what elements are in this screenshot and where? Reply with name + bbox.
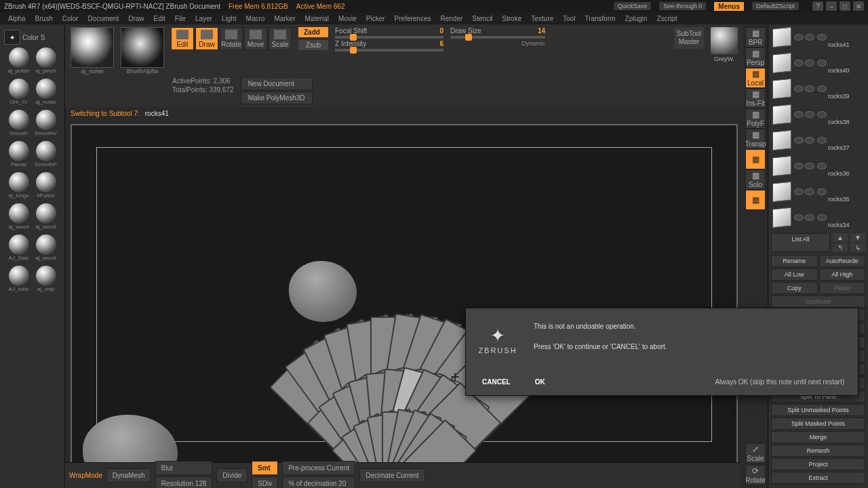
subtool-duplicate[interactable]: Duplicate — [771, 296, 865, 308]
move-in-button[interactable]: ↳ — [850, 243, 865, 252]
menus-toggle[interactable]: Menus — [714, 2, 744, 11]
rtool-persp[interactable]: ▦Persp — [745, 47, 766, 68]
wrapmode-label[interactable]: WrapMode — [69, 472, 102, 479]
brush-hPolish[interactable]: hPolish — [33, 172, 59, 202]
resolution-slider[interactable]: Resolution 128 — [155, 476, 213, 489]
move-down-button[interactable]: ▼ — [850, 233, 865, 242]
brush-aj_chip[interactable]: aj_chip — [33, 266, 59, 296]
list-all-button[interactable]: List All — [771, 233, 830, 252]
brush-AJ_Slas[interactable]: AJ_Slas — [6, 235, 32, 264]
move-out-button[interactable]: ↰ — [833, 243, 848, 252]
sdiv-slider[interactable]: SDiv — [252, 476, 278, 489]
brush-aj_wood[interactable]: aj_wood — [33, 235, 59, 264]
mode-edit[interactable]: Edit — [171, 27, 194, 50]
subtool-master-button[interactable]: SubTool Master — [674, 27, 704, 49]
cancel-button[interactable]: CANCEL — [477, 375, 516, 388]
rotate-handle-button[interactable]: ⟳Rotate — [745, 465, 766, 485]
rtool-btn[interactable]: ▦ — [745, 149, 766, 169]
material-thumb[interactable] — [711, 27, 738, 54]
script-dropdown[interactable]: DefaultZScript — [752, 2, 799, 10]
rtool-polyf[interactable]: ▦PolyF — [745, 108, 766, 129]
zintensity-slider[interactable]: Z Intensity6 — [335, 40, 443, 52]
rtool-ins-fit[interactable]: ▦Ins-Fit — [745, 88, 766, 108]
move-up-button[interactable]: ▲ — [833, 233, 848, 242]
brush-AJ_rubb[interactable]: AJ_rubb — [6, 266, 32, 296]
rtool-solo[interactable]: ▦Solo — [745, 169, 766, 190]
menu-preferences[interactable]: Preferences — [395, 15, 431, 22]
zadd-button[interactable]: Zadd — [298, 27, 328, 37]
dynamesh-button[interactable]: DynaMesh — [106, 468, 151, 483]
brush-aj_wood[interactable]: aj_wood — [33, 203, 59, 233]
minimize-icon[interactable]: – — [826, 1, 837, 11]
menu-stencil[interactable]: Stencil — [472, 15, 492, 22]
mode-move[interactable]: Move — [244, 27, 267, 50]
menu-picker[interactable]: Picker — [366, 15, 385, 22]
all-low-button[interactable]: All Low — [771, 268, 818, 281]
subtool-extract[interactable]: Extract — [771, 472, 865, 484]
dynamic-toggle[interactable]: Dynamic — [450, 40, 545, 47]
rtool-local[interactable]: ▦Local — [745, 68, 766, 88]
brush-Orb_Cr[interactable]: Orb_Cr — [6, 79, 32, 108]
help-icon[interactable]: ? — [812, 1, 823, 11]
decimate-button[interactable]: Decimate Current — [359, 468, 425, 483]
maximize-icon[interactable]: □ — [840, 1, 850, 11]
menu-render[interactable]: Render — [441, 15, 463, 22]
menu-transform[interactable]: Transform — [585, 15, 615, 22]
subtool-item[interactable]: rocks39 — [768, 76, 868, 102]
subtool-item[interactable]: rocks36 — [768, 153, 868, 179]
mode-draw[interactable]: Draw — [195, 27, 218, 50]
brush-aj_noise[interactable]: aj_noise — [33, 79, 59, 108]
menu-brush[interactable]: Brush — [35, 15, 53, 22]
autoreorder-button[interactable]: AutoReorde — [819, 255, 866, 267]
menu-texture[interactable]: Texture — [531, 15, 553, 22]
paste-button[interactable]: Paste — [819, 282, 866, 294]
subtool-item[interactable]: rocks37 — [768, 127, 868, 153]
rtool-bpr[interactable]: ▦BPR — [745, 27, 766, 47]
ok-button[interactable]: OK — [530, 375, 551, 388]
menu-alpha[interactable]: Alpha — [8, 15, 26, 22]
draw-size-slider[interactable]: Draw Size14 — [450, 27, 545, 39]
subtool-item[interactable]: rocks38 — [768, 102, 868, 127]
copy-button[interactable]: Copy — [771, 282, 818, 294]
subtool-remesh[interactable]: Remesh — [771, 445, 865, 457]
alpha-thumb[interactable] — [121, 27, 164, 68]
brush-aj_wood[interactable]: aj_wood — [6, 203, 32, 233]
rtool-btn[interactable]: ▦ — [745, 190, 766, 210]
divide-button[interactable]: Divide — [216, 468, 248, 483]
rename-button[interactable]: Rename — [771, 255, 818, 267]
subtool-split-masked-points[interactable]: Split Masked Points — [771, 418, 865, 430]
viewport[interactable]: + — [71, 124, 738, 484]
menu-layer[interactable]: Layer — [195, 15, 212, 22]
color-swatch[interactable]: ✦ — [4, 30, 20, 45]
seethrough-slider[interactable]: See-through 0 — [659, 2, 706, 10]
decimation-slider[interactable]: % of decimation 20 — [282, 476, 355, 489]
subtool-item[interactable]: rocks40 — [768, 50, 868, 76]
brush-SmoothP[interactable]: SmoothP — [33, 141, 59, 171]
brush-Planar[interactable]: Planar — [6, 141, 32, 171]
smt-button[interactable]: Smt — [252, 461, 278, 475]
menu-zplugin[interactable]: Zplugin — [625, 15, 648, 22]
menu-draw[interactable]: Draw — [128, 15, 144, 22]
brush-aj_polish[interactable]: aj_polish — [6, 47, 32, 77]
brush-SmoothV[interactable]: SmoothV — [33, 110, 59, 140]
brush-Smooth[interactable]: Smooth — [6, 110, 32, 140]
menu-tool[interactable]: Tool — [563, 15, 575, 22]
menu-light[interactable]: Light — [222, 15, 237, 22]
focal-shift-slider[interactable]: Focal Shift0 — [335, 27, 443, 39]
menu-zscript[interactable]: Zscript — [656, 15, 677, 22]
menu-stroke[interactable]: Stroke — [502, 15, 521, 22]
menu-color[interactable]: Color — [62, 15, 79, 22]
subtool-merge[interactable]: Merge — [771, 431, 865, 443]
subtool-item[interactable]: rocks41 — [768, 24, 868, 50]
menu-macro[interactable]: Macro — [246, 15, 265, 22]
subtool-item[interactable]: rocks34 — [768, 205, 868, 230]
zsub-button[interactable]: Zsub — [298, 40, 328, 50]
mode-rotate[interactable]: Rotate — [220, 27, 243, 50]
always-ok-button[interactable]: Always OK (skip this note until next res… — [564, 375, 847, 388]
close-icon[interactable]: ✕ — [853, 1, 864, 11]
brush-thumb[interactable] — [71, 27, 114, 68]
subtool-item[interactable]: rocks35 — [768, 179, 868, 205]
brush-aj_pinch[interactable]: aj_pinch — [33, 47, 59, 77]
blur-slider[interactable]: Blur — [155, 461, 213, 475]
menu-edit[interactable]: Edit — [154, 15, 165, 22]
